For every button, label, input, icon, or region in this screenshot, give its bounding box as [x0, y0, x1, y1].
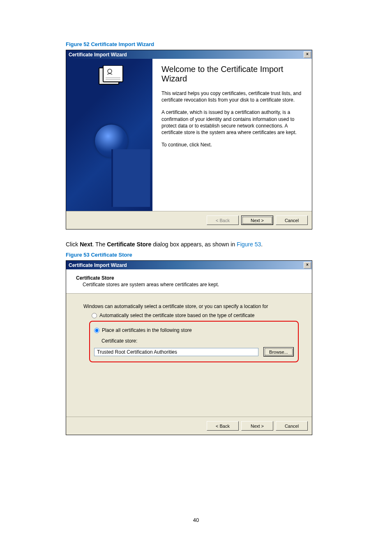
- wizard-top-panel: Welcome to the Certificate Import Wizard…: [66, 59, 312, 211]
- back-button: < Back: [207, 216, 239, 225]
- certificate-store-subheader: Certificate stores are system areas wher…: [83, 282, 304, 287]
- wizard-body-panel: Windows can automatically select a certi…: [66, 293, 312, 417]
- wizard-heading: Welcome to the Certificate Import Wizard: [161, 65, 304, 83]
- wizard-button-row: < Back Next > Cancel: [66, 417, 312, 435]
- back-button[interactable]: < Back: [207, 421, 239, 431]
- wizard-header-panel: Certificate Store Certificate stores are…: [66, 269, 312, 293]
- cert-import-wizard-welcome-dialog: Certificate Import Wizard × Welcome t: [66, 50, 312, 229]
- cancel-button[interactable]: Cancel: [276, 216, 308, 225]
- wizard-button-row: < Back Next > Cancel: [66, 211, 312, 229]
- radio-place-label: Place all certificates in the following …: [102, 327, 192, 333]
- dialog-titlebar: Certificate Import Wizard ×: [66, 261, 312, 269]
- close-icon[interactable]: ×: [304, 262, 311, 269]
- next-button[interactable]: Next >: [241, 421, 273, 431]
- wizard-paragraph-2: A certificate, which is issued by a cert…: [161, 109, 304, 136]
- radio-auto-select[interactable]: [92, 313, 97, 318]
- certificate-store-input[interactable]: [94, 348, 258, 356]
- radio-auto-row[interactable]: Automatically select the certificate sto…: [92, 313, 300, 318]
- instruction-paragraph: Click Next. The Certificate Store dialog…: [66, 241, 326, 248]
- figure-52-caption: Figure 52 Certificate Import Wizard: [66, 41, 326, 47]
- certificate-store-header: Certificate Store: [76, 275, 304, 281]
- certificate-icon: [97, 65, 126, 88]
- wizard-side-graphic: [66, 59, 152, 211]
- dialog-title: Certificate Import Wizard: [69, 52, 127, 58]
- close-icon[interactable]: ×: [304, 51, 311, 58]
- highlighted-selection: Place all certificates in the following …: [89, 321, 299, 362]
- body-intro-text: Windows can automatically select a certi…: [83, 304, 300, 309]
- cert-store-dialog: Certificate Import Wizard × Certificate …: [66, 260, 312, 435]
- dialog-titlebar: Certificate Import Wizard ×: [66, 50, 312, 59]
- page-number: 40: [0, 517, 392, 523]
- wizard-main-panel: Welcome to the Certificate Import Wizard…: [152, 59, 312, 211]
- next-button[interactable]: Next >: [241, 216, 273, 225]
- radio-auto-label: Automatically select the certificate sto…: [99, 313, 255, 318]
- certificate-store-label: Certificate store:: [101, 338, 294, 344]
- radio-place-row[interactable]: Place all certificates in the following …: [94, 327, 294, 333]
- dialog-title: Certificate Import Wizard: [69, 262, 127, 268]
- browse-button[interactable]: Browse...: [263, 347, 294, 357]
- wizard-paragraph-1: This wizard helps you copy certificates,…: [161, 90, 304, 103]
- radio-place-all[interactable]: [94, 328, 99, 333]
- figure-53-caption: Figure 53 Certificate Store: [66, 252, 326, 258]
- wizard-paragraph-3: To continue, click Next.: [161, 141, 304, 148]
- figure-53-link[interactable]: Figure 53: [237, 241, 261, 248]
- cancel-button[interactable]: Cancel: [276, 421, 308, 431]
